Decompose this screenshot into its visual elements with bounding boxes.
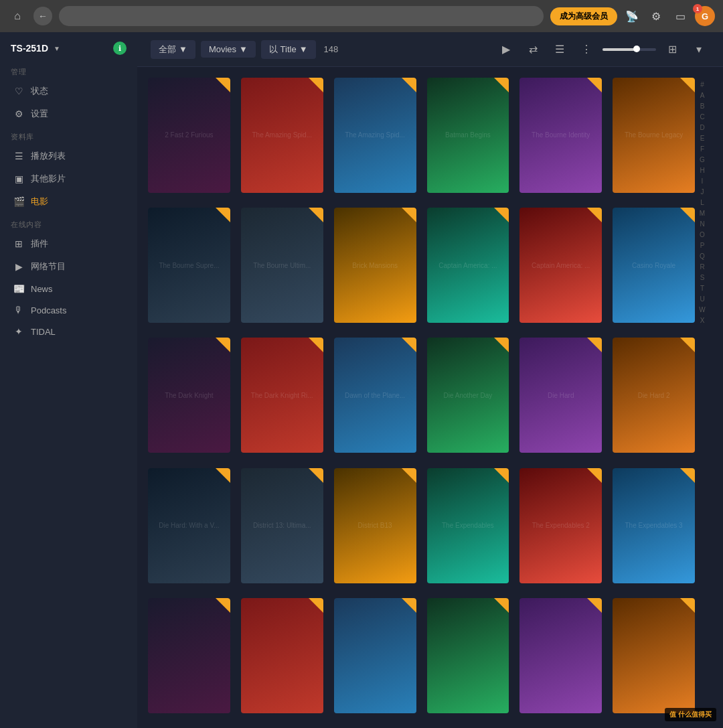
filter-all-button[interactable]: 全部 ▼ [151,40,195,59]
more-options-button[interactable]: ⋮ [576,39,597,60]
movie-card[interactable]: Die Another Day Die Another Day 2002 [427,338,509,457]
slider-fill [602,48,635,51]
poster-wrapper: The Expendables 2 [519,468,602,583]
alpha-letter[interactable]: I [702,177,704,186]
cast-icon[interactable]: ▭ [671,7,690,25]
movie-card[interactable]: The Dark Knight The Dark Knight 2008 [148,338,230,457]
poster-placeholder: Captain America: ... [427,208,509,323]
movie-card[interactable]: The Bourne Supre... The Bourne Supre... … [148,208,230,327]
movie-card[interactable]: Brick Mansions Brick Mansions 2014 [334,208,416,327]
alpha-letter[interactable]: H [700,166,704,175]
antenna-icon[interactable]: 📡 [623,7,641,25]
back-button[interactable]: ← [33,7,52,25]
url-bar[interactable] [59,6,544,26]
settings-icon[interactable]: ⚙ [647,7,665,25]
movie-card[interactable]: ... ... [241,598,323,717]
movie-card[interactable]: Captain America: ... Captain America: ..… [427,208,509,327]
alpha-letter[interactable]: E [700,134,705,143]
list-view-button[interactable]: ☰ [549,39,570,60]
movie-card[interactable]: ... ... [613,598,695,717]
sidebar-item-plugins[interactable]: ⊞ 插件 [3,233,135,254]
movie-card[interactable]: The Dark Knight Ri... The Dark Knight Ri… [241,338,323,457]
movie-card[interactable]: ... ... [334,598,416,717]
movie-card[interactable]: Die Hard Die Hard 1988 [519,338,602,457]
alpha-letter[interactable]: W [699,305,705,315]
poster-placeholder: The Amazing Spid... [334,78,416,193]
filter-title-button[interactable]: 以 Title ▼ [261,40,316,59]
premium-button[interactable]: 成为高级会员 [550,7,617,25]
movie-card[interactable]: The Bourne Legacy The Bourne Legacy 2012 [613,78,695,197]
alpha-letter[interactable]: F [700,145,704,154]
grid-view-button[interactable]: ⊞ [661,39,683,60]
view-options-button[interactable]: ▾ [688,39,710,60]
sidebar-item-tv[interactable]: ▶ 网络节目 [3,256,135,277]
sidebar-item-news[interactable]: 📰 News [3,279,135,299]
alpha-letter[interactable]: C [700,113,704,122]
poster-wrapper: The Dark Knight [148,338,230,453]
alpha-letter[interactable]: P [700,241,705,250]
plugins-label: 插件 [31,238,48,250]
movie-card[interactable]: Captain America: ... Captain America: ..… [519,208,602,327]
app-container: TS-251D ▼ ℹ 管理 ♡ 状态 ⚙ 设置 资料库 ☰ 播放列表 ▣ 其他… [0,32,723,728]
movie-card[interactable]: Die Hard: With a V... Die Hard: With a V… [148,468,230,587]
poster-wrapper: The Expendables 3 [613,468,695,583]
sidebar-item-state[interactable]: ♡ 状态 [3,80,135,102]
alpha-index: #ABCDEFGHIJLMNOPQRSTUWX [695,78,710,717]
sidebar-item-tidal[interactable]: ✦ TIDAL [3,321,135,342]
alpha-letter[interactable]: S [700,273,705,283]
user-avatar[interactable]: 1 G [695,6,715,26]
movie-card[interactable]: District B13 District B13 2004 [334,468,416,587]
movie-card[interactable]: The Amazing Spid... The Amazing Spid... … [334,78,416,197]
poster-wrapper: The Amazing Spid... [334,78,416,193]
url-input[interactable] [67,11,536,21]
alpha-letter[interactable]: D [700,123,704,133]
sidebar-item-settings[interactable]: ⚙ 设置 [3,103,135,125]
movie-card[interactable]: Batman Begins Batman Begins 2005 [427,78,509,197]
movie-card[interactable]: The Bourne Identity The Bourne Identity … [519,78,602,197]
play-button[interactable]: ▶ [495,39,517,60]
movie-card[interactable]: District 13: Ultima... District 13: Ulti… [241,468,323,587]
alpha-letter[interactable]: B [700,102,705,111]
sidebar-item-other-movies[interactable]: ▣ 其他影片 [3,168,135,190]
alpha-letter[interactable]: O [700,230,705,240]
alpha-letter[interactable]: # [700,80,704,90]
movie-info: ... ... [427,713,509,717]
alpha-letter[interactable]: N [700,220,704,229]
alpha-letter[interactable]: R [700,263,704,272]
slider-thumb[interactable] [633,46,640,52]
alpha-letter[interactable]: J [701,188,704,197]
movie-card[interactable]: The Expendables 3 The Expendables 3 2014 [613,468,695,587]
movie-card[interactable]: The Expendables The Expendables 2010 [427,468,509,587]
movie-card[interactable]: ... ... [519,598,602,717]
alpha-letter[interactable]: T [700,284,704,293]
movie-card[interactable]: Die Hard 2 Die Hard 2 1990 [613,338,695,457]
movie-card[interactable]: 2 Fast 2 Furious 2 Fast 2 Furious 2003 [148,78,230,197]
filter-movies-button[interactable]: Movies ▼ [201,41,256,58]
alpha-letter[interactable]: X [700,316,705,325]
alpha-letter[interactable]: G [700,155,705,165]
shuffle-button[interactable]: ⇄ [522,39,544,60]
home-button[interactable]: ⌂ [8,7,27,25]
sidebar-item-playlist[interactable]: ☰ 播放列表 [3,145,135,167]
tidal-icon: ✦ [13,326,24,337]
sidebar-item-movies[interactable]: 🎬 电影 [3,191,135,212]
movie-card[interactable]: The Expendables 2 The Expendables 2 2012 [519,468,602,587]
zoom-slider[interactable] [602,48,656,51]
poster-wrapper: The Bourne Supre... [148,208,230,323]
poster-wrapper [241,598,323,713]
movie-card[interactable]: Dawn of the Plane... Dawn of the Plane..… [334,338,416,457]
movie-card[interactable]: Casino Royale Casino Royale 2006 [613,208,695,327]
movie-card[interactable]: ... ... [427,598,509,717]
alpha-letter[interactable]: L [700,198,704,208]
alpha-letter[interactable]: M [700,209,705,218]
poster-wrapper: Die Hard: With a V... [148,468,230,583]
sidebar-item-podcasts[interactable]: 🎙 Podcasts [3,300,135,320]
movies-grid: 2 Fast 2 Furious 2 Fast 2 Furious 2003 T… [148,78,695,717]
movie-card[interactable]: ... ... [148,598,230,717]
alpha-letter[interactable]: U [700,295,704,304]
alpha-letter[interactable]: Q [700,252,705,261]
alpha-letter[interactable]: A [700,91,705,100]
movie-card[interactable]: The Amazing Spid... The Amazing Spid... … [241,78,323,197]
movie-card[interactable]: The Bourne Ultim... The Bourne Ultim... … [241,208,323,327]
movie-info: The Expendables 3 2014 [613,583,695,587]
